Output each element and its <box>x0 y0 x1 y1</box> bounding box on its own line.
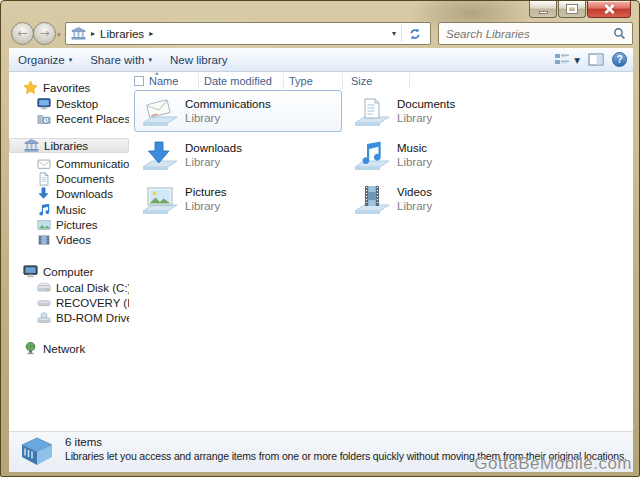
maximize-icon <box>567 5 577 13</box>
close-button[interactable] <box>587 1 631 18</box>
item-name: Downloads <box>185 141 242 155</box>
library-tile-pictures[interactable]: Pictures Library <box>134 178 342 220</box>
library-tile-music[interactable]: Music Library <box>346 134 554 176</box>
item-name: Documents <box>397 97 455 111</box>
library-tile-communications[interactable]: Communications Library <box>134 90 342 132</box>
sidebar-item-computer[interactable]: Computer <box>23 264 94 279</box>
sidebar-label: Favorites <box>43 82 90 94</box>
sidebar-label: Local Disk (C:) <box>56 282 131 294</box>
breadcrumb-libraries[interactable]: Libraries <box>100 28 144 40</box>
desktop-icon <box>36 97 51 111</box>
share-with-label: Share with <box>90 54 144 66</box>
documents-library-icon <box>347 94 397 128</box>
close-icon <box>603 3 615 15</box>
libraries-icon <box>24 138 39 153</box>
disk-drive-icon <box>36 296 51 310</box>
chevron-down-icon: ▾ <box>149 56 153 64</box>
breadcrumb-arrow-icon: ▸ <box>91 29 95 38</box>
computer-icon <box>23 264 38 279</box>
library-tile-downloads[interactable]: Downloads Library <box>134 134 342 176</box>
command-bar: Organize ▾ Share with ▾ New library ▾ ? <box>9 48 633 72</box>
watermark: GottaBeMobile.com <box>474 454 632 474</box>
breadcrumb-arrow-icon[interactable]: ▸ <box>149 29 153 38</box>
sidebar-item-music[interactable]: Music <box>36 202 86 217</box>
recent-places-icon <box>36 112 51 126</box>
sidebar-item-pictures[interactable]: Pictures <box>36 217 98 232</box>
column-name[interactable]: Name <box>149 72 178 90</box>
explorer-window: ← → ▾ ▸ Libraries ▸ ▾ Organize ▾ Share w… <box>0 0 640 477</box>
organize-button[interactable]: Organize ▾ <box>9 48 81 71</box>
sidebar-label: Downloads <box>56 188 113 200</box>
navigation-pane: Favorites Desktop Recent Places Librarie… <box>9 72 129 431</box>
column-divider[interactable] <box>409 73 410 89</box>
item-name: Pictures <box>185 185 227 199</box>
sidebar-item-downloads[interactable]: Downloads <box>36 186 113 201</box>
document-icon <box>36 172 51 186</box>
search-input[interactable] <box>439 28 613 40</box>
music-note-icon <box>36 203 51 216</box>
sidebar-item-communications[interactable]: Communications <box>36 156 142 171</box>
item-kind: Library <box>397 199 432 213</box>
back-button[interactable]: ← <box>11 22 34 45</box>
sidebar-label: Videos <box>56 234 91 246</box>
maximize-button[interactable] <box>558 1 586 18</box>
search-box[interactable] <box>438 22 633 45</box>
views-icon <box>554 53 571 67</box>
file-list: Communications Library Documents Library… <box>129 90 633 431</box>
item-kind: Library <box>397 111 455 125</box>
column-type[interactable]: Type <box>289 72 313 90</box>
library-box-icon <box>19 436 55 471</box>
sidebar-item-recovery-d[interactable]: RECOVERY (D:) <box>36 295 142 310</box>
film-icon <box>36 233 51 247</box>
sidebar-item-desktop[interactable]: Desktop <box>36 96 98 111</box>
column-divider[interactable] <box>342 73 343 89</box>
star-icon <box>23 80 38 95</box>
caption-buttons <box>528 1 631 18</box>
address-bar[interactable]: ▸ Libraries ▸ ▾ <box>65 22 431 45</box>
refresh-icon <box>408 27 422 41</box>
refresh-button[interactable] <box>404 25 426 43</box>
address-dropdown-chevron-icon[interactable]: ▾ <box>392 29 396 38</box>
help-button[interactable]: ? <box>612 52 627 67</box>
sidebar-item-libraries[interactable]: Libraries <box>9 138 129 153</box>
picture-icon <box>36 218 51 232</box>
sidebar-item-recent-places[interactable]: Recent Places <box>36 111 130 126</box>
column-header-row: ▴ Name Date modified Type Size <box>129 72 633 90</box>
search-icon[interactable] <box>613 27 626 40</box>
chevron-down-icon: ▾ <box>574 53 580 67</box>
select-all-checkbox[interactable] <box>134 76 144 86</box>
disk-drive-icon <box>36 281 51 295</box>
sidebar-label: Recent Places <box>56 113 130 125</box>
change-view-button[interactable]: ▾ <box>554 53 580 67</box>
item-name: Music <box>397 141 432 155</box>
item-kind: Library <box>185 155 242 169</box>
new-library-button[interactable]: New library <box>161 48 237 71</box>
recent-pages-chevron-icon[interactable]: ▾ <box>57 31 61 39</box>
library-tile-videos[interactable]: Videos Library <box>346 178 554 220</box>
sidebar-item-network[interactable]: Network <box>23 341 85 356</box>
share-with-button[interactable]: Share with ▾ <box>81 48 161 71</box>
column-divider[interactable] <box>283 73 284 89</box>
forward-button[interactable]: → <box>33 22 56 45</box>
downloads-library-icon <box>135 138 185 172</box>
disc-drive-icon <box>36 311 51 325</box>
preview-pane-icon <box>588 53 604 66</box>
videos-library-icon <box>347 182 397 216</box>
sidebar-item-videos[interactable]: Videos <box>36 232 91 247</box>
column-size[interactable]: Size <box>351 72 372 90</box>
sidebar-label: Libraries <box>44 140 88 152</box>
pictures-library-icon <box>135 182 185 216</box>
sidebar-item-favorites[interactable]: Favorites <box>23 80 90 95</box>
library-tile-documents[interactable]: Documents Library <box>346 90 554 132</box>
item-kind: Library <box>185 111 271 125</box>
sidebar-label: Computer <box>43 266 94 278</box>
column-divider[interactable] <box>198 73 199 89</box>
column-date-modified[interactable]: Date modified <box>204 72 272 90</box>
sidebar-label: Network <box>43 343 85 355</box>
preview-pane-button[interactable] <box>588 53 604 66</box>
music-library-icon <box>347 138 397 172</box>
sidebar-item-documents[interactable]: Documents <box>36 171 114 186</box>
address-separator <box>401 25 402 42</box>
minimize-button[interactable] <box>529 1 557 18</box>
sidebar-item-local-disk-c[interactable]: Local Disk (C:) <box>36 280 131 295</box>
